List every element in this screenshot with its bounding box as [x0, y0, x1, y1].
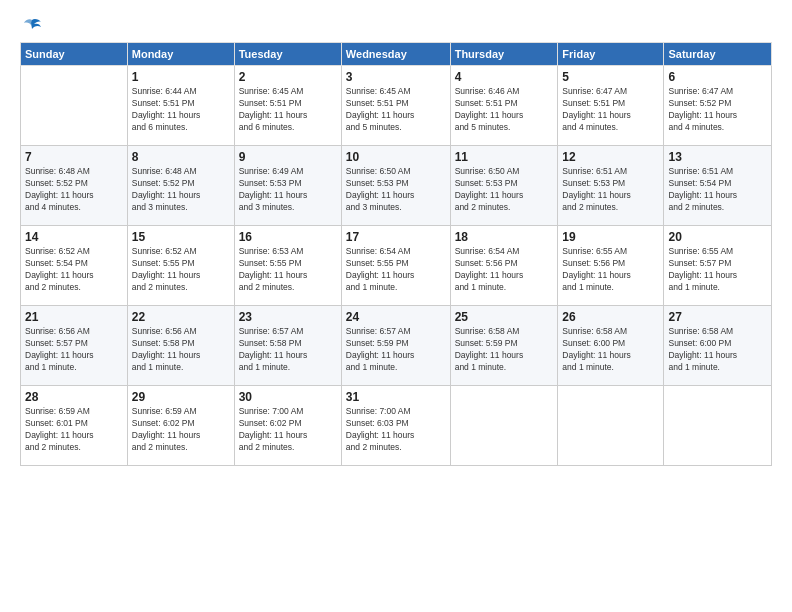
- cell-info: Sunrise: 6:45 AM Sunset: 5:51 PM Dayligh…: [346, 86, 446, 134]
- cell-content: 28Sunrise: 6:59 AM Sunset: 6:01 PM Dayli…: [25, 390, 123, 454]
- cell-info: Sunrise: 6:57 AM Sunset: 5:59 PM Dayligh…: [346, 326, 446, 374]
- cell-info: Sunrise: 6:58 AM Sunset: 6:00 PM Dayligh…: [562, 326, 659, 374]
- col-tuesday: Tuesday: [234, 43, 341, 66]
- calendar-cell: 21Sunrise: 6:56 AM Sunset: 5:57 PM Dayli…: [21, 306, 128, 386]
- cell-content: 31Sunrise: 7:00 AM Sunset: 6:03 PM Dayli…: [346, 390, 446, 454]
- day-number: 15: [132, 230, 230, 244]
- cell-content: 13Sunrise: 6:51 AM Sunset: 5:54 PM Dayli…: [668, 150, 767, 214]
- calendar-cell: [21, 66, 128, 146]
- cell-info: Sunrise: 6:59 AM Sunset: 6:02 PM Dayligh…: [132, 406, 230, 454]
- cell-content: 7Sunrise: 6:48 AM Sunset: 5:52 PM Daylig…: [25, 150, 123, 214]
- calendar-cell: 15Sunrise: 6:52 AM Sunset: 5:55 PM Dayli…: [127, 226, 234, 306]
- day-number: 8: [132, 150, 230, 164]
- day-number: 31: [346, 390, 446, 404]
- calendar-cell: 13Sunrise: 6:51 AM Sunset: 5:54 PM Dayli…: [664, 146, 772, 226]
- cell-content: 12Sunrise: 6:51 AM Sunset: 5:53 PM Dayli…: [562, 150, 659, 214]
- calendar-cell: [664, 386, 772, 466]
- cell-content: 3Sunrise: 6:45 AM Sunset: 5:51 PM Daylig…: [346, 70, 446, 134]
- col-monday: Monday: [127, 43, 234, 66]
- cell-info: Sunrise: 6:47 AM Sunset: 5:52 PM Dayligh…: [668, 86, 767, 134]
- cell-content: 4Sunrise: 6:46 AM Sunset: 5:51 PM Daylig…: [455, 70, 554, 134]
- cell-info: Sunrise: 6:54 AM Sunset: 5:55 PM Dayligh…: [346, 246, 446, 294]
- calendar-cell: 20Sunrise: 6:55 AM Sunset: 5:57 PM Dayli…: [664, 226, 772, 306]
- cell-content: 29Sunrise: 6:59 AM Sunset: 6:02 PM Dayli…: [132, 390, 230, 454]
- day-number: 16: [239, 230, 337, 244]
- header: [20, 18, 772, 34]
- cell-info: Sunrise: 6:56 AM Sunset: 5:58 PM Dayligh…: [132, 326, 230, 374]
- calendar-cell: 9Sunrise: 6:49 AM Sunset: 5:53 PM Daylig…: [234, 146, 341, 226]
- cell-info: Sunrise: 6:51 AM Sunset: 5:53 PM Dayligh…: [562, 166, 659, 214]
- calendar-cell: 8Sunrise: 6:48 AM Sunset: 5:52 PM Daylig…: [127, 146, 234, 226]
- cell-content: 26Sunrise: 6:58 AM Sunset: 6:00 PM Dayli…: [562, 310, 659, 374]
- calendar-cell: 6Sunrise: 6:47 AM Sunset: 5:52 PM Daylig…: [664, 66, 772, 146]
- col-saturday: Saturday: [664, 43, 772, 66]
- calendar-cell: 25Sunrise: 6:58 AM Sunset: 5:59 PM Dayli…: [450, 306, 558, 386]
- day-number: 28: [25, 390, 123, 404]
- day-number: 13: [668, 150, 767, 164]
- day-number: 27: [668, 310, 767, 324]
- cell-content: 8Sunrise: 6:48 AM Sunset: 5:52 PM Daylig…: [132, 150, 230, 214]
- calendar-cell: 2Sunrise: 6:45 AM Sunset: 5:51 PM Daylig…: [234, 66, 341, 146]
- cell-content: 14Sunrise: 6:52 AM Sunset: 5:54 PM Dayli…: [25, 230, 123, 294]
- calendar-cell: 17Sunrise: 6:54 AM Sunset: 5:55 PM Dayli…: [341, 226, 450, 306]
- logo: [20, 18, 43, 34]
- calendar-cell: 27Sunrise: 6:58 AM Sunset: 6:00 PM Dayli…: [664, 306, 772, 386]
- cell-info: Sunrise: 6:53 AM Sunset: 5:55 PM Dayligh…: [239, 246, 337, 294]
- day-number: 10: [346, 150, 446, 164]
- calendar-cell: 10Sunrise: 6:50 AM Sunset: 5:53 PM Dayli…: [341, 146, 450, 226]
- calendar-cell: 7Sunrise: 6:48 AM Sunset: 5:52 PM Daylig…: [21, 146, 128, 226]
- cell-info: Sunrise: 7:00 AM Sunset: 6:03 PM Dayligh…: [346, 406, 446, 454]
- cell-content: 30Sunrise: 7:00 AM Sunset: 6:02 PM Dayli…: [239, 390, 337, 454]
- cell-info: Sunrise: 6:44 AM Sunset: 5:51 PM Dayligh…: [132, 86, 230, 134]
- day-number: 12: [562, 150, 659, 164]
- cell-info: Sunrise: 6:50 AM Sunset: 5:53 PM Dayligh…: [455, 166, 554, 214]
- day-number: 1: [132, 70, 230, 84]
- calendar-cell: 3Sunrise: 6:45 AM Sunset: 5:51 PM Daylig…: [341, 66, 450, 146]
- cell-info: Sunrise: 6:46 AM Sunset: 5:51 PM Dayligh…: [455, 86, 554, 134]
- col-sunday: Sunday: [21, 43, 128, 66]
- calendar-cell: 16Sunrise: 6:53 AM Sunset: 5:55 PM Dayli…: [234, 226, 341, 306]
- cell-info: Sunrise: 6:58 AM Sunset: 5:59 PM Dayligh…: [455, 326, 554, 374]
- cell-content: 25Sunrise: 6:58 AM Sunset: 5:59 PM Dayli…: [455, 310, 554, 374]
- day-number: 30: [239, 390, 337, 404]
- calendar-cell: 30Sunrise: 7:00 AM Sunset: 6:02 PM Dayli…: [234, 386, 341, 466]
- calendar-cell: [450, 386, 558, 466]
- cell-info: Sunrise: 6:47 AM Sunset: 5:51 PM Dayligh…: [562, 86, 659, 134]
- calendar-cell: 5Sunrise: 6:47 AM Sunset: 5:51 PM Daylig…: [558, 66, 664, 146]
- col-wednesday: Wednesday: [341, 43, 450, 66]
- day-number: 20: [668, 230, 767, 244]
- cell-content: 16Sunrise: 6:53 AM Sunset: 5:55 PM Dayli…: [239, 230, 337, 294]
- calendar-week-row: 14Sunrise: 6:52 AM Sunset: 5:54 PM Dayli…: [21, 226, 772, 306]
- calendar-header-row: Sunday Monday Tuesday Wednesday Thursday…: [21, 43, 772, 66]
- day-number: 14: [25, 230, 123, 244]
- day-number: 5: [562, 70, 659, 84]
- calendar-cell: 24Sunrise: 6:57 AM Sunset: 5:59 PM Dayli…: [341, 306, 450, 386]
- cell-content: 6Sunrise: 6:47 AM Sunset: 5:52 PM Daylig…: [668, 70, 767, 134]
- page: Sunday Monday Tuesday Wednesday Thursday…: [0, 0, 792, 612]
- cell-info: Sunrise: 6:52 AM Sunset: 5:55 PM Dayligh…: [132, 246, 230, 294]
- cell-info: Sunrise: 7:00 AM Sunset: 6:02 PM Dayligh…: [239, 406, 337, 454]
- cell-content: 17Sunrise: 6:54 AM Sunset: 5:55 PM Dayli…: [346, 230, 446, 294]
- calendar-cell: 22Sunrise: 6:56 AM Sunset: 5:58 PM Dayli…: [127, 306, 234, 386]
- calendar-cell: [558, 386, 664, 466]
- cell-content: 10Sunrise: 6:50 AM Sunset: 5:53 PM Dayli…: [346, 150, 446, 214]
- cell-content: 19Sunrise: 6:55 AM Sunset: 5:56 PM Dayli…: [562, 230, 659, 294]
- calendar-week-row: 1Sunrise: 6:44 AM Sunset: 5:51 PM Daylig…: [21, 66, 772, 146]
- cell-content: 11Sunrise: 6:50 AM Sunset: 5:53 PM Dayli…: [455, 150, 554, 214]
- cell-content: 21Sunrise: 6:56 AM Sunset: 5:57 PM Dayli…: [25, 310, 123, 374]
- calendar-week-row: 28Sunrise: 6:59 AM Sunset: 6:01 PM Dayli…: [21, 386, 772, 466]
- cell-info: Sunrise: 6:50 AM Sunset: 5:53 PM Dayligh…: [346, 166, 446, 214]
- day-number: 22: [132, 310, 230, 324]
- calendar-cell: 18Sunrise: 6:54 AM Sunset: 5:56 PM Dayli…: [450, 226, 558, 306]
- calendar-cell: 28Sunrise: 6:59 AM Sunset: 6:01 PM Dayli…: [21, 386, 128, 466]
- calendar-cell: 4Sunrise: 6:46 AM Sunset: 5:51 PM Daylig…: [450, 66, 558, 146]
- calendar-cell: 1Sunrise: 6:44 AM Sunset: 5:51 PM Daylig…: [127, 66, 234, 146]
- cell-info: Sunrise: 6:55 AM Sunset: 5:56 PM Dayligh…: [562, 246, 659, 294]
- day-number: 25: [455, 310, 554, 324]
- day-number: 2: [239, 70, 337, 84]
- day-number: 9: [239, 150, 337, 164]
- cell-content: 23Sunrise: 6:57 AM Sunset: 5:58 PM Dayli…: [239, 310, 337, 374]
- day-number: 7: [25, 150, 123, 164]
- cell-info: Sunrise: 6:49 AM Sunset: 5:53 PM Dayligh…: [239, 166, 337, 214]
- day-number: 23: [239, 310, 337, 324]
